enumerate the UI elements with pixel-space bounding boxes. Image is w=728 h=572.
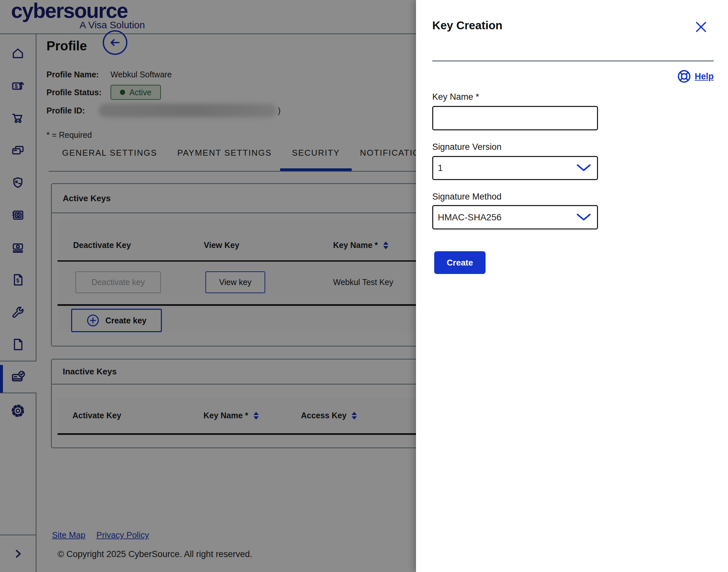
close-icon	[694, 20, 708, 34]
help-link[interactable]: Help	[677, 69, 714, 83]
drawer-title: Key Creation	[432, 19, 502, 32]
key-name-input[interactable]	[432, 106, 598, 130]
help-label: Help	[695, 72, 714, 82]
signature-version-label: Signature Version	[432, 142, 502, 152]
chevron-down-icon	[576, 164, 591, 172]
create-button[interactable]: Create	[434, 251, 486, 274]
signature-version-value: 1	[438, 163, 443, 173]
signature-version-select[interactable]: 1	[432, 156, 598, 180]
signature-method-label: Signature Method	[432, 192, 502, 202]
close-button[interactable]	[694, 20, 708, 34]
help-lifering-icon	[677, 69, 691, 83]
key-name-label: Key Name *	[432, 92, 479, 102]
signature-method-select[interactable]: HMAC-SHA256	[432, 205, 598, 229]
signature-method-value: HMAC-SHA256	[438, 212, 502, 223]
app-window: cybersource A Visa Solution $ $	[0, 0, 728, 572]
key-creation-drawer: Key Creation Help Key Name * Signature V…	[416, 0, 728, 572]
drawer-divider	[432, 61, 714, 61]
chevron-down-icon	[576, 213, 591, 222]
